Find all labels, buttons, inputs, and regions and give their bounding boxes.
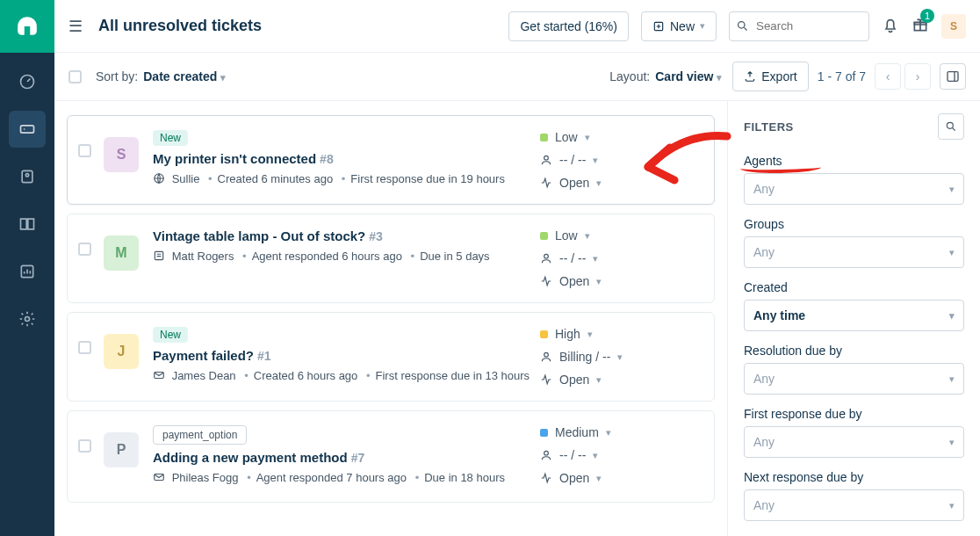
ticket-checkbox[interactable]: [78, 341, 91, 354]
sort-by-value[interactable]: Date created ▾: [143, 69, 226, 83]
ticket-title[interactable]: My printer isn't connected: [153, 151, 316, 166]
ticket-checkbox[interactable]: [78, 439, 91, 453]
requester-name: Phileas Fogg: [172, 471, 239, 484]
pagination-text: 1 - 7 of 7: [818, 69, 866, 83]
filters-panel: FILTERS Agents Any▾Groups Any▾Created An…: [727, 101, 980, 536]
ticket-checkbox[interactable]: [78, 144, 91, 157]
toggle-right-panel-button[interactable]: [940, 63, 966, 90]
group-agent-dropdown[interactable]: -- / --▾: [540, 153, 698, 167]
gauge-icon: [18, 73, 36, 91]
new-button[interactable]: New ▾: [641, 11, 717, 41]
app-logo[interactable]: [0, 0, 54, 53]
list-toolbar: Sort by: Date created ▾ Layout: Card vie…: [54, 53, 980, 101]
nav-tickets[interactable]: [9, 111, 46, 148]
priority-dot-icon: [540, 429, 548, 437]
activity-icon: [540, 177, 552, 189]
status-dropdown[interactable]: Open▾: [540, 373, 698, 387]
select-all-checkbox[interactable]: [68, 70, 82, 83]
notifications-icon[interactable]: [882, 16, 899, 36]
filter-select[interactable]: Any▾: [744, 426, 964, 458]
nav-knowledge[interactable]: [9, 206, 46, 243]
nav-dashboard[interactable]: [9, 63, 46, 100]
source-icon: [153, 250, 165, 266]
nav-analytics[interactable]: [9, 253, 46, 290]
group-agent-dropdown[interactable]: -- / --▾: [540, 448, 698, 462]
export-button[interactable]: Export: [732, 62, 808, 91]
priority-dot-icon: [540, 232, 548, 240]
meta-due: First response due in 19 hours: [336, 172, 505, 185]
prev-page-button[interactable]: ‹: [875, 63, 901, 90]
chevron-down-icon: ▾: [700, 20, 705, 32]
ticket-meta: Phileas Fogg Agent responded 7 hours ago…: [153, 470, 540, 488]
person-icon: [540, 449, 552, 461]
priority-dropdown[interactable]: Medium▾: [540, 425, 698, 439]
meta-created: Agent responded 6 hours ago: [237, 250, 402, 263]
chevron-down-icon: ▾: [596, 374, 602, 386]
status-dropdown[interactable]: Open▾: [540, 471, 698, 485]
group-agent-dropdown[interactable]: -- / --▾: [540, 251, 698, 265]
hamburger-icon[interactable]: ☰: [68, 17, 83, 36]
priority-dropdown[interactable]: High▾: [540, 327, 698, 341]
person-icon: [540, 252, 552, 264]
header-bar: ☰ All unresolved tickets Get started (16…: [54, 0, 980, 53]
export-icon: [744, 70, 756, 83]
sidebar-rail: [0, 0, 54, 536]
chevron-down-icon: ▾: [596, 473, 602, 484]
chevron-down-icon: ▾: [596, 276, 602, 287]
filters-search-button[interactable]: [938, 113, 964, 140]
ticket-list: S New My printer isn't connected#8 Sulli…: [54, 101, 727, 536]
priority-dropdown[interactable]: Low▾: [540, 228, 698, 243]
export-label: Export: [761, 69, 796, 83]
status-dropdown[interactable]: Open▾: [540, 176, 698, 190]
ticket-title[interactable]: Vintage table lamp - Out of stock?: [153, 228, 365, 243]
meta-due: Due in 18 hours: [410, 471, 505, 484]
activity-icon: [540, 472, 552, 484]
get-started-button[interactable]: Get started (16%): [508, 11, 629, 41]
nav-admin[interactable]: [9, 301, 46, 337]
filter-select[interactable]: Any time▾: [744, 300, 964, 331]
chevron-down-icon: ▾: [949, 373, 955, 385]
chevron-down-icon: ▾: [949, 247, 955, 258]
ticket-title[interactable]: Adding a new payment method: [153, 450, 348, 465]
requester-avatar: M: [104, 235, 139, 271]
svg-point-16: [544, 352, 549, 357]
chevron-down-icon: ▾: [593, 253, 598, 264]
priority-dropdown[interactable]: Low▾: [540, 130, 698, 144]
filter-label: Groups: [744, 217, 964, 231]
ticket-card[interactable]: M Vintage table lamp - Out of stock?#3 M…: [67, 214, 715, 303]
chevron-down-icon: ▾: [949, 437, 955, 448]
ticket-icon: [18, 120, 36, 138]
filter-label: Next response due by: [744, 470, 964, 484]
requester-name: James Dean: [172, 369, 236, 382]
svg-point-19: [947, 122, 953, 128]
filter-select[interactable]: Any▾: [744, 363, 964, 395]
activity-icon: [540, 275, 552, 287]
filter-field: Resolution due by Any▾: [744, 344, 964, 395]
ticket-title[interactable]: Payment failed?: [153, 348, 254, 363]
filter-select[interactable]: Any▾: [744, 236, 964, 268]
ticket-checkbox[interactable]: [78, 243, 91, 256]
ticket-id: #3: [369, 229, 383, 243]
filters-title: FILTERS: [744, 120, 794, 134]
filter-field: First response due by Any▾: [744, 407, 964, 458]
layout-value[interactable]: Card view ▾: [655, 69, 722, 83]
status-dropdown[interactable]: Open▾: [540, 274, 698, 288]
whats-new-icon[interactable]: 1: [912, 16, 929, 36]
svg-point-4: [25, 174, 28, 177]
ticket-card[interactable]: P payment_option Adding a new payment me…: [67, 410, 715, 503]
ticket-card[interactable]: J New Payment failed?#1 James Dean Creat…: [67, 312, 715, 402]
nav-contacts[interactable]: [9, 158, 46, 195]
search-input[interactable]: [729, 11, 869, 41]
filter-select[interactable]: Any▾: [744, 489, 964, 521]
ticket-card[interactable]: S New My printer isn't connected#8 Sulli…: [67, 115, 715, 205]
group-agent-dropdown[interactable]: Billing / --▾: [540, 350, 698, 364]
meta-due: Due in 5 days: [406, 250, 490, 263]
activity-icon: [540, 373, 552, 386]
ticket-meta: Matt Rogers Agent responded 6 hours ago …: [153, 249, 540, 266]
contact-icon: [18, 168, 36, 185]
user-avatar[interactable]: S: [941, 14, 966, 39]
new-button-label: New: [670, 19, 695, 33]
next-page-button[interactable]: ›: [904, 63, 931, 90]
chevron-down-icon: ▾: [596, 177, 602, 189]
filter-select[interactable]: Any▾: [744, 173, 964, 205]
